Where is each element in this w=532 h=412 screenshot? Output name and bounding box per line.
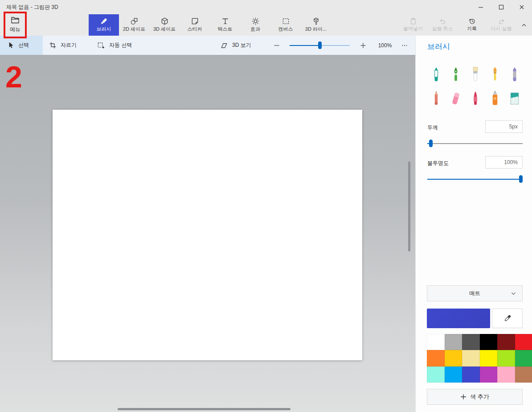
close-button[interactable]: [512, 0, 532, 14]
redo-icon: [498, 17, 505, 25]
zoom-in-button[interactable]: [356, 36, 370, 55]
workspace: [0, 55, 415, 412]
material-dropdown[interactable]: 매트: [427, 285, 523, 301]
crayon-icon[interactable]: [466, 87, 485, 111]
action-label: 다시 실행: [491, 25, 512, 32]
opacity-slider[interactable]: [427, 175, 523, 183]
crop-label: 자르기: [61, 41, 77, 49]
zoom-slider[interactable]: [290, 36, 350, 55]
tab-label: 스티커: [188, 26, 202, 33]
sticker-icon: [191, 17, 199, 25]
minimize-button[interactable]: [471, 0, 491, 14]
plus-icon: [360, 42, 367, 49]
magic-select-icon: [97, 41, 105, 49]
add-color-label: 색 추가: [470, 393, 489, 401]
maximize-button[interactable]: [491, 0, 512, 14]
color-swatch[interactable]: [515, 334, 532, 350]
color-swatch[interactable]: [497, 334, 515, 350]
undo-button[interactable]: 실행 취소: [428, 14, 457, 36]
zoom-out-button[interactable]: [270, 36, 284, 55]
color-swatch[interactable]: [462, 367, 480, 383]
color-swatch[interactable]: [480, 367, 498, 383]
3d-shapes-icon: [160, 17, 169, 25]
panel-title: 브러시: [427, 41, 450, 52]
color-swatch[interactable]: [480, 334, 498, 350]
color-swatch[interactable]: [427, 367, 445, 383]
color-swatch[interactable]: [445, 334, 462, 350]
tab-canvas[interactable]: 캔버스: [270, 14, 301, 36]
crop-icon: [49, 41, 57, 49]
paste-button[interactable]: 붙여넣기: [398, 14, 428, 36]
horizontal-scrollbar[interactable]: [118, 408, 291, 410]
more-options-button[interactable]: [397, 36, 413, 55]
select-cursor-icon: [8, 41, 14, 49]
thickness-input[interactable]: [485, 120, 523, 133]
pixel-pen-icon[interactable]: [505, 62, 524, 87]
fill-bucket-icon[interactable]: [505, 87, 524, 111]
color-swatch[interactable]: [445, 350, 462, 366]
calligraphy-pen-icon[interactable]: [446, 62, 466, 87]
color-swatch[interactable]: [462, 334, 480, 350]
tab-text[interactable]: 텍스트: [210, 14, 240, 36]
plus-icon: [460, 394, 467, 400]
color-palette: [427, 334, 532, 383]
zoom-level: 100%: [376, 36, 394, 55]
ribbon-actions: 붙여넣기 실행 취소 기록 다시 실행: [398, 14, 532, 36]
tab-label: 3D 라이...: [305, 26, 327, 33]
undo-icon: [439, 17, 446, 25]
menu-button[interactable]: 메뉴: [4, 15, 26, 35]
color-swatch[interactable]: [427, 334, 445, 350]
add-color-button[interactable]: 색 추가: [427, 389, 523, 405]
pencil-icon[interactable]: [426, 87, 446, 111]
eyedropper-icon: [503, 314, 512, 322]
magic-select-label: 자동 선택: [109, 41, 132, 49]
color-swatch[interactable]: [497, 367, 515, 383]
color-swatch[interactable]: [515, 367, 532, 383]
brushes-panel: 브러시: [415, 36, 532, 412]
vertical-scrollbar[interactable]: [408, 161, 410, 251]
color-swatch[interactable]: [515, 350, 532, 366]
history-button[interactable]: 기록: [457, 14, 487, 36]
secondary-toolbar: 선택 자르기 자동 선택 3D 보기 100%: [0, 36, 415, 55]
thickness-slider-thumb[interactable]: [429, 140, 433, 147]
tab-stickers[interactable]: 스티커: [180, 14, 210, 36]
magic-select-button[interactable]: 자동 선택: [97, 36, 132, 55]
tab-2d-shapes[interactable]: 2D 셰이프: [119, 14, 149, 36]
thickness-slider[interactable]: [427, 140, 523, 147]
action-label: 기록: [467, 25, 477, 32]
select-button[interactable]: 선택: [8, 36, 29, 55]
tab-3d-library[interactable]: 3D 라이...: [301, 14, 331, 36]
tab-brush[interactable]: 브러시: [89, 14, 119, 36]
tab-effects[interactable]: 효과: [240, 14, 270, 36]
opacity-slider-thumb[interactable]: [519, 175, 523, 183]
history-clock-icon: [468, 17, 476, 25]
tab-label: 캔버스: [278, 26, 293, 33]
drawing-canvas[interactable]: [53, 110, 362, 360]
eyedropper-button[interactable]: [492, 309, 523, 328]
tab-label: 3D 셰이프: [153, 26, 176, 33]
spray-can-icon[interactable]: [485, 87, 505, 111]
eraser-icon[interactable]: [446, 87, 466, 111]
watercolor-brush-icon[interactable]: [485, 62, 505, 87]
brush-icon: [100, 17, 108, 25]
crop-button[interactable]: 자르기: [49, 36, 77, 55]
3d-view-label: 3D 보기: [232, 41, 251, 49]
current-color-swatch[interactable]: [427, 309, 490, 328]
oil-brush-icon[interactable]: [466, 62, 485, 87]
zoom-slider-thumb[interactable]: [318, 41, 322, 49]
tab-3d-shapes[interactable]: 3D 셰이프: [149, 14, 180, 36]
color-swatch[interactable]: [462, 350, 480, 366]
redo-button[interactable]: 다시 실행: [487, 14, 516, 36]
color-swatch[interactable]: [427, 350, 445, 366]
collapse-ribbon-button[interactable]: [516, 14, 532, 36]
color-swatch[interactable]: [445, 367, 462, 383]
3d-view-button[interactable]: 3D 보기: [220, 36, 251, 55]
opacity-label: 불투명도: [427, 160, 449, 167]
color-swatch[interactable]: [480, 350, 498, 366]
color-swatch[interactable]: [497, 350, 515, 366]
effects-sun-icon: [251, 17, 260, 25]
zoom-slider-track-filled: [290, 45, 320, 46]
opacity-input[interactable]: [485, 156, 523, 169]
2d-shapes-icon: [130, 17, 139, 25]
marker-brush-icon[interactable]: [426, 62, 446, 87]
